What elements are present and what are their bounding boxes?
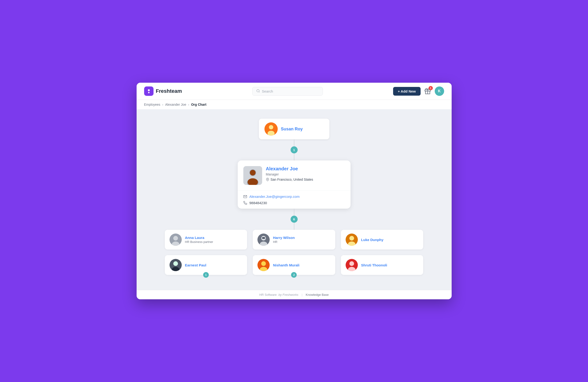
- nishanth-name: Nishanth Murali: [273, 263, 299, 267]
- shruti-avatar: [346, 259, 358, 271]
- header-actions: + Add New 1 K: [393, 86, 444, 96]
- luke-info: Luke Dunphy: [361, 238, 383, 242]
- connector-line-bottom: [294, 209, 294, 216]
- main-employee-card[interactable]: Alexander Joe Manager San Francisco, Uni…: [238, 161, 351, 209]
- breadcrumb-person[interactable]: Alexander Joe: [165, 103, 186, 106]
- earnest-avatar: [169, 259, 182, 271]
- manager-card[interactable]: Susan Roy: [259, 119, 329, 139]
- header: Freshteam Search + Add New: [137, 83, 452, 100]
- earnest-name: Earnest Paul: [185, 263, 207, 267]
- sub-card-earnest[interactable]: Earnest Paul 1: [165, 255, 247, 275]
- app-name: Freshteam: [156, 88, 182, 94]
- svg-point-0: [148, 89, 150, 91]
- svg-point-27: [173, 261, 178, 266]
- org-tree: Susan Roy 1: [144, 119, 444, 281]
- connector-line-bottom2: [294, 223, 294, 230]
- luke-avatar: [346, 234, 358, 246]
- gift-badge: 1: [429, 86, 433, 90]
- employee-name: Alexander Joe: [266, 166, 313, 172]
- subordinates-row-1: Anna Laura HR Business partner: [165, 230, 423, 249]
- earnest-info: Earnest Paul: [185, 263, 207, 267]
- footer-by-text: by Freshworks: [278, 293, 298, 297]
- user-avatar[interactable]: K: [435, 86, 444, 96]
- email-icon: [243, 195, 247, 199]
- employee-role: Manager: [266, 172, 313, 176]
- svg-point-12: [250, 170, 255, 176]
- nishanth-badge: 2: [291, 272, 297, 278]
- anna-name: Anna Laura: [185, 236, 213, 240]
- employee-subordinate-count: 6: [291, 216, 298, 223]
- add-new-button[interactable]: + Add New: [393, 87, 420, 96]
- connector-line-mid: [294, 153, 294, 161]
- subordinates-section: Anna Laura HR Business partner: [165, 230, 423, 281]
- anna-role: HR Business partner: [185, 240, 213, 244]
- search-area: Search: [182, 87, 393, 96]
- main-card-top: Alexander Joe Manager San Francisco, Uni…: [238, 161, 351, 191]
- employee-email[interactable]: Alexander.Joe@gingercorp.com: [250, 195, 300, 199]
- svg-point-30: [261, 261, 266, 266]
- top-connector: 1: [291, 139, 298, 161]
- breadcrumb-sep-1: ›: [162, 103, 163, 106]
- logo-icon: [144, 86, 153, 96]
- employee-location: San Francisco, United States: [266, 178, 313, 181]
- footer-separator: |: [302, 293, 302, 297]
- manager-subordinate-count: 1: [291, 146, 298, 153]
- breadcrumb-employees[interactable]: Employees: [144, 103, 160, 106]
- phone-icon: [243, 201, 247, 205]
- main-content: Susan Roy 1: [137, 109, 452, 290]
- svg-point-17: [173, 236, 178, 241]
- manager-avatar: [265, 122, 278, 136]
- connector-line-top: [294, 139, 294, 146]
- bottom-connector: 6: [291, 209, 298, 230]
- main-employee-info: Alexander Joe Manager San Francisco, Uni…: [266, 166, 313, 181]
- gift-icon-wrapper[interactable]: 1: [423, 87, 432, 95]
- svg-point-7: [269, 125, 273, 129]
- svg-point-14: [267, 179, 268, 180]
- svg-point-2: [257, 89, 259, 92]
- shruti-info: Shruti Thoonoli: [361, 263, 387, 267]
- logo-area: Freshteam: [144, 86, 182, 96]
- search-icon: [256, 89, 260, 94]
- luke-name: Luke Dunphy: [361, 238, 383, 242]
- breadcrumb: Employees › Alexander Joe › Org Chart: [137, 100, 452, 109]
- main-card-bottom: Alexander.Joe@gingercorp.com 988484230: [238, 191, 351, 209]
- harry-avatar: [257, 234, 270, 246]
- anna-avatar: [169, 234, 182, 246]
- svg-point-1: [148, 92, 149, 93]
- shruti-name: Shruti Thoonoli: [361, 263, 387, 267]
- location-text: San Francisco, United States: [271, 178, 313, 181]
- subordinates-row-2: Earnest Paul 1: [165, 255, 423, 275]
- manager-name: Susan Roy: [281, 127, 303, 132]
- earnest-badge: 1: [203, 272, 209, 278]
- nishanth-info: Nishanth Murali: [273, 263, 299, 267]
- nishanth-avatar: [257, 259, 270, 271]
- svg-rect-22: [262, 237, 265, 239]
- phone-row: 988484230: [243, 201, 345, 205]
- anna-info: Anna Laura HR Business partner: [185, 236, 213, 244]
- sub-card-shruti[interactable]: Shruti Thoonoli: [341, 255, 423, 275]
- harry-name: Harry Wilson: [273, 236, 294, 240]
- app-window: Freshteam Search + Add New: [137, 83, 452, 299]
- sub-card-anna[interactable]: Anna Laura HR Business partner: [165, 230, 247, 249]
- employee-phone: 988484230: [250, 201, 267, 205]
- sub-card-harry[interactable]: Harry Wilson HR: [253, 230, 335, 249]
- footer-knowledge-base-link[interactable]: Knowledge Base: [306, 293, 329, 297]
- location-icon: [266, 178, 269, 181]
- search-box[interactable]: Search: [252, 87, 323, 96]
- email-row: Alexander.Joe@gingercorp.com: [243, 195, 345, 199]
- sub-card-nishanth[interactable]: Nishanth Murali 2: [253, 255, 335, 275]
- breadcrumb-sep-2: ›: [188, 103, 189, 106]
- svg-point-33: [349, 261, 354, 266]
- harry-role: HR: [273, 240, 294, 244]
- svg-line-3: [259, 92, 260, 92]
- sub-card-luke[interactable]: Luke Dunphy: [341, 230, 423, 249]
- search-placeholder[interactable]: Search: [262, 89, 273, 93]
- main-employee-avatar: [243, 166, 262, 185]
- svg-point-24: [349, 236, 354, 241]
- footer-left: HR Software by Freshworks: [259, 293, 298, 297]
- footer-hr-text: HR Software: [259, 293, 277, 297]
- footer: HR Software by Freshworks | Knowledge Ba…: [137, 290, 452, 299]
- harry-info: Harry Wilson HR: [273, 236, 294, 244]
- breadcrumb-current: Org Chart: [191, 103, 207, 106]
